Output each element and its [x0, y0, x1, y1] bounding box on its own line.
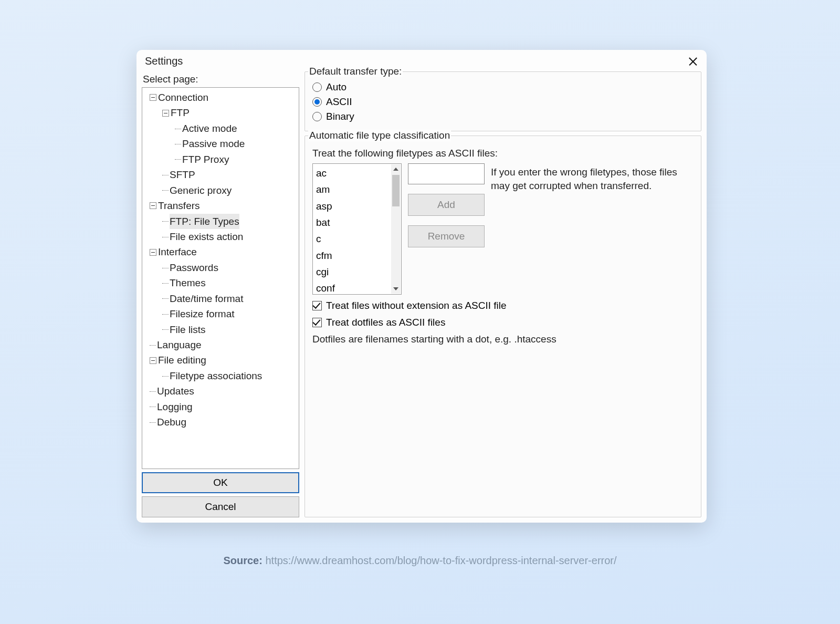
tree-transfers[interactable]: Transfers [144, 198, 297, 213]
checkbox-icon [312, 301, 322, 310]
filetype-list-area: ac am asp bat c cfm cgi conf [312, 163, 694, 295]
tree-sftp[interactable]: SFTP [144, 167, 297, 182]
tree-datetime[interactable]: Date/time format [144, 291, 297, 306]
scroll-thumb[interactable] [392, 175, 400, 206]
radio-auto[interactable]: Auto [312, 81, 694, 93]
checkbox-icon [312, 318, 322, 327]
scroll-up-icon[interactable] [391, 164, 401, 174]
tree-file-lists[interactable]: File lists [144, 322, 297, 337]
tree-active-mode[interactable]: Active mode [144, 121, 297, 136]
remove-button[interactable]: Remove [408, 225, 485, 247]
collapse-icon[interactable] [150, 202, 156, 209]
dotfiles-hint: Dotfiles are filenames starting with a d… [312, 334, 694, 345]
filetype-listbox[interactable]: ac am asp bat c cfm cgi conf [312, 163, 402, 295]
checkbox-no-extension[interactable]: Treat files without extension as ASCII f… [312, 300, 694, 311]
group-auto-classification: Automatic file type classification Treat… [304, 136, 701, 517]
checkbox-label: Treat files without extension as ASCII f… [326, 300, 507, 311]
radio-binary[interactable]: Binary [312, 111, 694, 122]
close-icon[interactable] [688, 56, 698, 67]
radio-label: Auto [326, 81, 346, 93]
tree-passwords[interactable]: Passwords [144, 260, 297, 275]
tree-filetype-assoc[interactable]: Filetype associations [144, 368, 297, 383]
tree-ftp-proxy[interactable]: FTP Proxy [144, 152, 297, 167]
filetype-warning: If you enter the wrong filetypes, those … [491, 165, 694, 192]
tree-themes[interactable]: Themes [144, 275, 297, 290]
ok-button[interactable]: OK [142, 472, 299, 493]
tree-logging[interactable]: Logging [144, 399, 297, 414]
filetype-input[interactable] [408, 163, 485, 184]
radio-label: Binary [326, 111, 354, 122]
list-item[interactable]: conf [316, 280, 390, 295]
list-item[interactable]: cgi [316, 264, 390, 280]
radio-icon [312, 97, 322, 107]
settings-window: Settings Select page: Connection FTP Act… [136, 50, 707, 523]
add-button[interactable]: Add [408, 194, 485, 216]
list-item[interactable]: asp [316, 198, 390, 214]
tree-file-editing[interactable]: File editing [144, 352, 297, 368]
list-item[interactable]: am [316, 181, 390, 197]
tree-language[interactable]: Language [144, 337, 297, 352]
tree-connection[interactable]: Connection [144, 90, 297, 105]
cancel-button[interactable]: Cancel [142, 496, 299, 517]
tree-interface[interactable]: Interface [144, 244, 297, 259]
collapse-icon[interactable] [150, 357, 156, 364]
left-panel: Select page: Connection FTP Active mode … [142, 71, 299, 517]
source-caption: Source: https://www.dreamhost.com/blog/h… [0, 555, 840, 567]
window-body: Select page: Connection FTP Active mode … [136, 71, 707, 523]
tree-updates[interactable]: Updates [144, 383, 297, 399]
group-legend-transfer-type: Default transfer type: [308, 66, 403, 77]
tree-generic-proxy[interactable]: Generic proxy [144, 183, 297, 198]
titlebar: Settings [136, 50, 707, 71]
right-panel: Default transfer type: Auto ASCII Binary… [304, 71, 701, 517]
select-page-label: Select page: [142, 71, 299, 87]
window-title: Settings [145, 55, 183, 67]
checkbox-label: Treat dotfiles as ASCII files [326, 317, 445, 328]
scrollbar[interactable] [391, 164, 401, 294]
list-item[interactable]: bat [316, 214, 390, 231]
treat-following-label: Treat the following filetypes as ASCII f… [312, 148, 694, 159]
list-item[interactable]: c [316, 231, 390, 247]
filetype-controls: Add Remove [408, 163, 485, 247]
collapse-icon[interactable] [162, 110, 169, 117]
radio-icon [312, 82, 322, 92]
tree-filesize[interactable]: Filesize format [144, 306, 297, 321]
tree-ftp-file-types[interactable]: FTP: File Types [144, 214, 297, 229]
checkbox-dotfiles[interactable]: Treat dotfiles as ASCII files [312, 317, 694, 328]
settings-tree[interactable]: Connection FTP Active mode Passive mode … [142, 87, 299, 469]
collapse-icon[interactable] [150, 249, 156, 256]
group-default-transfer-type: Default transfer type: Auto ASCII Binary [304, 71, 701, 131]
radio-ascii[interactable]: ASCII [312, 96, 694, 108]
radio-label: ASCII [326, 96, 352, 108]
tree-passive-mode[interactable]: Passive mode [144, 136, 297, 151]
tree-file-exists[interactable]: File exists action [144, 229, 297, 244]
radio-icon [312, 112, 322, 121]
list-item[interactable]: ac [316, 165, 390, 181]
group-legend-auto-class: Automatic file type classification [308, 130, 451, 141]
list-item[interactable]: cfm [316, 247, 390, 264]
scroll-down-icon[interactable] [391, 284, 401, 294]
tree-debug[interactable]: Debug [144, 414, 297, 430]
collapse-icon[interactable] [150, 94, 156, 101]
tree-ftp[interactable]: FTP [144, 105, 297, 120]
